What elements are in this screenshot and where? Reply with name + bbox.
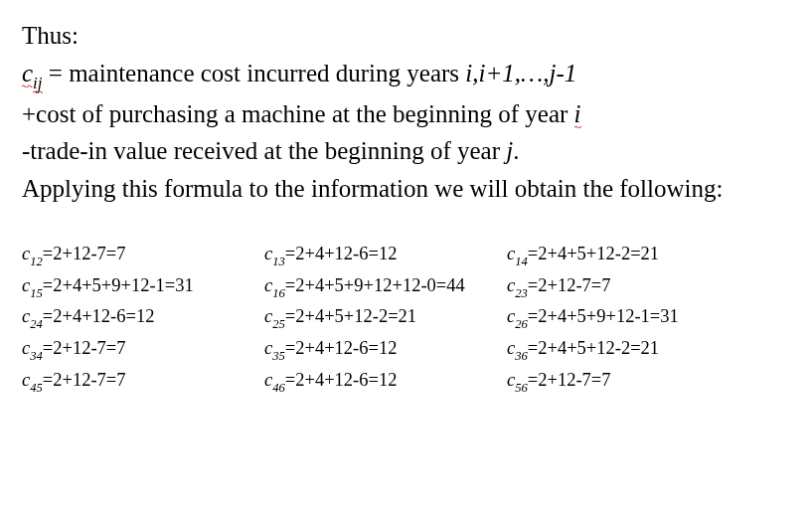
cost-sub: 46 [272,381,285,395]
cost-cell-c16: c16=2+4+5+9+12+12-0=44 [264,273,499,301]
cost-rhs: =2+4+5+12-2=21 [285,306,416,326]
cost-cell-c36: c36=2+4+5+12-2=21 [507,336,741,364]
cost-cell-c25: c25=2+4+5+12-2=21 [264,304,499,332]
cost-rhs: =2+4+12-6=12 [285,338,398,358]
cost-var: c [507,306,515,326]
cost-grid: c12=2+12-7=7c13=2+4+12-6=12c14=2+4+5+12-… [22,242,790,395]
cost-var: c [22,370,30,390]
cost-cell-c15: c15=2+4+5+9+12-1=31 [22,273,256,301]
cost-sub: 13 [272,255,285,268]
cost-var: c [507,244,515,263]
cost-var: c [264,275,272,295]
cost-cell-c35: c35=2+4+12-6=12 [264,336,499,364]
cost-var: c [264,244,272,263]
cost-sub: 12 [30,255,43,268]
cost-sub: 25 [272,317,285,331]
cost-cell-c14: c14=2+4+5+12-2=21 [507,242,741,269]
cost-sub: 34 [30,349,43,363]
cost-rhs: =2+12-7=7 [43,244,126,263]
cost-var: c [507,370,515,390]
cost-cell-c26: c26=2+4+5+9+12-1=31 [507,304,741,332]
cost-rhs: =2+4+12-6=12 [285,244,398,263]
cost-var: c [22,306,30,326]
cost-sub: 36 [515,349,528,363]
cost-cell-c12: c12=2+12-7=7 [22,242,256,269]
cost-rhs: =2+4+12-6=12 [285,370,398,390]
cost-var: c [22,244,30,263]
cost-var: c [22,275,30,295]
cost-sub: 23 [515,286,528,300]
cost-cell-c13: c13=2+4+12-6=12 [264,242,499,269]
line-applying: Applying this formula to the information… [22,171,790,207]
txt-years: i,i+1,…,j-1 [465,60,576,86]
cost-rhs: =2+4+5+9+12+12-0=44 [285,275,465,295]
cost-cell-c34: c34=2+12-7=7 [22,336,256,364]
line-plus-cost: +cost of purchasing a machine at the beg… [22,96,790,132]
var-c: c [22,60,33,87]
cost-var: c [264,338,272,358]
cost-cell-c23: c23=2+12-7=7 [507,273,741,301]
cost-rhs: =2+4+5+9+12-1=31 [43,275,194,295]
cost-rhs: =2+12-7=7 [528,370,611,390]
cost-rhs: =2+4+5+12-2=21 [528,244,659,263]
cost-var: c [507,338,515,358]
cost-var: c [507,275,515,295]
txt-def1: = maintenance cost incurred during years [43,60,466,86]
cost-sub: 56 [515,381,528,395]
var-c-sub: ij [33,74,42,93]
line-minus-tradein: -trade-in value received at the beginnin… [22,133,790,169]
cost-sub: 26 [515,317,528,331]
line-cij-def: cij = maintenance cost incurred during y… [22,56,790,94]
cost-rhs: =2+12-7=7 [43,338,126,358]
cost-sub: 24 [30,317,43,331]
cost-rhs: =2+4+5+12-2=21 [528,338,659,358]
cost-rhs: =2+4+5+9+12-1=31 [528,306,679,326]
cost-cell-c24: c24=2+4+12-6=12 [22,304,256,332]
cost-cell-c45: c45=2+12-7=7 [22,368,256,396]
cost-sub: 14 [515,255,528,268]
var-i: i [574,100,581,128]
cost-var: c [264,370,272,390]
cost-cell-c46: c46=2+4+12-6=12 [264,368,499,396]
cost-sub: 15 [30,286,43,300]
cost-sub: 45 [30,381,43,395]
cost-rhs: =2+12-7=7 [43,370,126,390]
cost-rhs: =2+4+12-6=12 [43,306,155,326]
cost-var: c [22,338,30,358]
txt-period: . [513,137,519,164]
cost-cell-c56: c56=2+12-7=7 [507,368,741,396]
txt-plus: +cost of purchasing a machine at the beg… [22,100,574,127]
cost-sub: 16 [272,286,285,300]
cost-var: c [264,306,272,326]
line-thus: Thus: [22,18,790,54]
txt-minus: -trade-in value received at the beginnin… [22,137,506,164]
cost-sub: 35 [272,349,285,363]
cost-rhs: =2+12-7=7 [528,275,611,295]
